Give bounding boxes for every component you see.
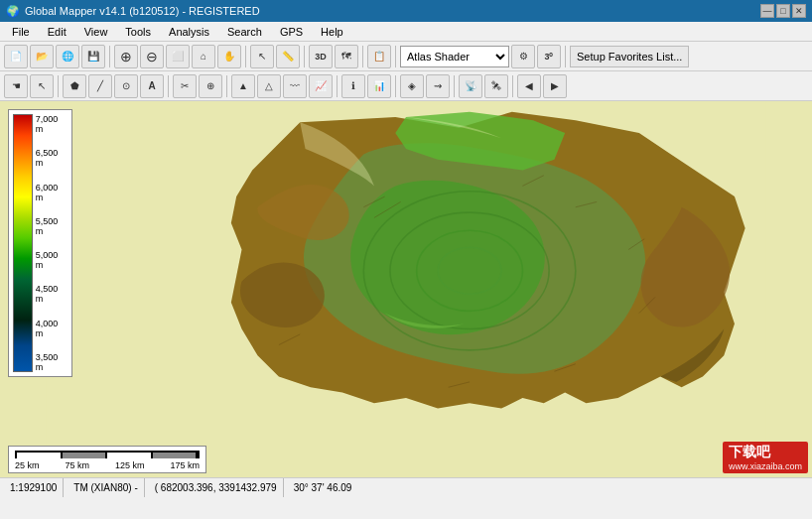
zoom-rect-button[interactable]: ⬜ bbox=[166, 45, 190, 68]
maximize-button[interactable]: □ bbox=[776, 4, 790, 18]
shader-config-icon: ⚙ bbox=[519, 51, 528, 62]
layer-icon: 📋 bbox=[373, 51, 385, 62]
projection-value: TM (XIAN80) - bbox=[73, 482, 137, 493]
watermark-line2: www.xiazaiba.com bbox=[729, 461, 802, 471]
measure-button[interactable]: 📏 bbox=[276, 45, 300, 68]
map-area[interactable]: 7,000 m 6,500 m 6,000 m 5,500 m 5,000 m … bbox=[0, 101, 812, 477]
scale-seg-3 bbox=[107, 453, 153, 458]
delete-feature-button[interactable]: ✂ bbox=[173, 74, 197, 98]
separator3 bbox=[304, 46, 305, 67]
menu-view[interactable]: View bbox=[76, 24, 116, 40]
back-button[interactable]: ◀ bbox=[517, 74, 541, 98]
minimize-button[interactable]: — bbox=[760, 4, 774, 18]
legend-label-4000: 4,000 m bbox=[36, 319, 68, 338]
menu-bar: File Edit View Tools Analysis Search GPS… bbox=[0, 22, 812, 42]
new-button[interactable]: 📄 bbox=[4, 45, 28, 68]
shader-select[interactable]: Atlas Shader Gradient Shader Gray Scale … bbox=[400, 46, 509, 67]
attr-table-button[interactable]: 📊 bbox=[367, 74, 391, 98]
status-bar: 1:1929100 TM (XIAN80) - ( 682003.396, 33… bbox=[0, 477, 812, 497]
menu-file[interactable]: File bbox=[4, 24, 38, 40]
view3d-button[interactable]: 3D bbox=[309, 45, 333, 68]
shader-config-button[interactable]: ⚙ bbox=[511, 45, 535, 68]
title-bar: 🌍 Global Mapper v14.1 (b120512) - REGIST… bbox=[0, 0, 812, 22]
app-title: Global Mapper v14.1 (b120512) - REGISTER… bbox=[25, 5, 260, 17]
map-layout-button[interactable]: 🗺 bbox=[335, 45, 358, 68]
hand-tool-icon: ☚ bbox=[12, 80, 21, 91]
gps1-icon: 📡 bbox=[465, 80, 476, 91]
separator4 bbox=[362, 46, 363, 67]
zoom-in-button[interactable]: ⊕ bbox=[114, 45, 138, 68]
digitize-point-button[interactable]: ⊙ bbox=[114, 74, 138, 98]
select-icon: ↖ bbox=[258, 51, 266, 62]
scale-label-25: 25 km bbox=[15, 460, 40, 470]
legend-label-5500: 5,500 m bbox=[36, 216, 68, 236]
layer-button[interactable]: 📋 bbox=[367, 45, 391, 68]
status-scale: 1:1929100 bbox=[4, 478, 64, 497]
separator5 bbox=[395, 46, 396, 67]
view3d-icon: 3D bbox=[315, 52, 327, 62]
snap-icon: ⊕ bbox=[206, 80, 214, 91]
scale-labels: 25 km 75 km 125 km 175 km bbox=[15, 460, 200, 470]
path-button[interactable]: ⇝ bbox=[426, 74, 450, 98]
attr-info-button[interactable]: ℹ bbox=[341, 74, 365, 98]
title-bar-controls[interactable]: — □ ✕ bbox=[760, 4, 806, 18]
digitize-label-button[interactable]: A bbox=[140, 74, 164, 98]
status-projection: TM (XIAN80) - bbox=[68, 478, 144, 497]
zoom-out-button[interactable]: ⊖ bbox=[140, 45, 164, 68]
full-extent-icon: ⌂ bbox=[201, 51, 206, 62]
zoom-rect-icon: ⬜ bbox=[172, 51, 184, 62]
pan-button[interactable]: ✋ bbox=[217, 45, 241, 68]
select-button[interactable]: ↖ bbox=[250, 45, 274, 68]
menu-search[interactable]: Search bbox=[219, 24, 270, 40]
gps2-icon: 🛰 bbox=[491, 80, 501, 91]
elev-query-button[interactable]: ▲ bbox=[231, 74, 255, 98]
menu-edit[interactable]: Edit bbox=[40, 24, 74, 40]
favorites-button[interactable]: Setup Favorites List... bbox=[570, 46, 689, 67]
map-layout-icon: 🗺 bbox=[341, 51, 351, 62]
buffer-icon: ◈ bbox=[408, 80, 416, 91]
zoom-out-icon: ⊖ bbox=[146, 49, 158, 65]
scale-label-125: 125 km bbox=[115, 460, 145, 470]
gps2-button[interactable]: 🛰 bbox=[484, 74, 508, 98]
arrow-tool-button[interactable]: ↖ bbox=[30, 74, 54, 98]
separator12 bbox=[454, 75, 455, 97]
hand-tool-button[interactable]: ☚ bbox=[4, 74, 28, 98]
menu-analysis[interactable]: Analysis bbox=[161, 24, 217, 40]
buffer-button[interactable]: ◈ bbox=[400, 74, 424, 98]
snap-button[interactable]: ⊕ bbox=[199, 74, 222, 98]
legend-label-6000: 6,000 m bbox=[36, 183, 68, 202]
digitize-label-icon: A bbox=[148, 80, 155, 91]
arrow-tool-icon: ↖ bbox=[38, 80, 46, 91]
3d-view-button2[interactable]: 3⁰ bbox=[537, 45, 561, 68]
menu-tools[interactable]: Tools bbox=[117, 24, 159, 40]
menu-help[interactable]: Help bbox=[313, 24, 351, 40]
digitize-line-button[interactable]: ╱ bbox=[88, 74, 112, 98]
profile-button[interactable]: 📈 bbox=[309, 74, 333, 98]
legend-label-5000: 5,000 m bbox=[36, 250, 68, 270]
save-icon: 💾 bbox=[87, 51, 99, 62]
elev-grid-button[interactable]: △ bbox=[257, 74, 281, 98]
digitize-point-icon: ⊙ bbox=[122, 80, 130, 91]
separator10 bbox=[337, 75, 338, 97]
zoom-in-icon: ⊕ bbox=[120, 49, 132, 65]
gps1-button[interactable]: 📡 bbox=[459, 74, 482, 98]
toolbar2: ☚ ↖ ⬟ ╱ ⊙ A ✂ ⊕ ▲ △ 〰 📈 ℹ 📊 ◈ ⇝ 📡 🛰 ◀ ▶ bbox=[0, 71, 812, 101]
pan-icon: ✋ bbox=[223, 51, 235, 62]
legend-label-3500: 3,500 m bbox=[36, 352, 68, 372]
open-button[interactable]: 📂 bbox=[30, 45, 54, 68]
digitize-area-button[interactable]: ⬟ bbox=[63, 74, 86, 98]
forward-button[interactable]: ▶ bbox=[543, 74, 567, 98]
full-extent-button[interactable]: ⌂ bbox=[192, 45, 215, 68]
profile-icon: 📈 bbox=[315, 80, 327, 91]
save-button[interactable]: 💾 bbox=[81, 45, 105, 68]
digitize-area-icon: ⬟ bbox=[70, 80, 79, 91]
separator1 bbox=[109, 46, 110, 67]
menu-gps[interactable]: GPS bbox=[272, 24, 311, 40]
globe-button[interactable]: 🌐 bbox=[56, 45, 79, 68]
separator7 bbox=[58, 75, 59, 97]
close-button[interactable]: ✕ bbox=[792, 4, 806, 18]
legend-gradient bbox=[13, 114, 33, 372]
contour-button[interactable]: 〰 bbox=[283, 74, 307, 98]
separator11 bbox=[395, 75, 396, 97]
attr-table-icon: 📊 bbox=[373, 80, 385, 91]
